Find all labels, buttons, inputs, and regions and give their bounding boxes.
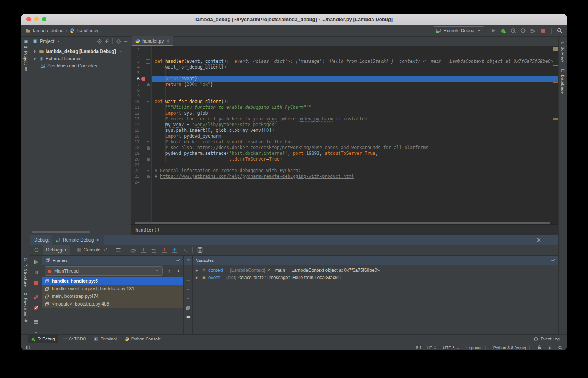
collapse-all-icon[interactable] <box>104 39 109 44</box>
frame-row[interactable]: <module>, bootstrap.py:486 <box>42 300 183 308</box>
breadcrumb-item[interactable]: handler.py <box>77 28 98 33</box>
fold-start-marker[interactable] <box>146 140 150 144</box>
code-editor[interactable]: 123456789101112131415161718192021222324 … <box>131 46 558 224</box>
toolwindow-python-console[interactable]: Python Console <box>121 335 164 343</box>
breakpoint-dot[interactable] <box>141 77 145 81</box>
pin-icon[interactable] <box>551 258 555 263</box>
tab-debugger[interactable]: Debugger <box>43 245 70 255</box>
minimize-window-button[interactable] <box>34 17 39 21</box>
tree-item[interactable]: External Libraries <box>30 55 131 62</box>
project-header-label[interactable]: Project <box>40 39 54 44</box>
encoding-selector[interactable]: UTF-8 <box>443 345 460 350</box>
debug-session-tab[interactable]: Remote Debug <box>52 235 104 245</box>
pause-button[interactable] <box>33 270 39 276</box>
variable-row[interactable]: ▶event={dict}<class 'dict'>: {'message':… <box>193 274 558 281</box>
variable-row[interactable]: ▶context={LambdaContext}<__main__.Lambda… <box>193 266 558 274</box>
chevron-down-icon[interactable] <box>56 39 61 44</box>
gutter-line[interactable]: 11 <box>131 105 151 110</box>
gutter-line[interactable]: 19 <box>131 151 151 156</box>
zoom-window-button[interactable] <box>42 17 46 21</box>
gutter-line[interactable]: 1 <box>131 47 151 53</box>
hide-panel-icon[interactable] <box>548 237 554 243</box>
move-watch-down-button[interactable] <box>185 296 191 301</box>
run-to-cursor-button[interactable] <box>182 247 188 253</box>
fold-end-marker[interactable] <box>147 146 150 150</box>
event-log-button[interactable]: Event Log <box>533 337 560 342</box>
force-step-into-button[interactable] <box>161 247 167 253</box>
next-frame-button[interactable] <box>176 268 181 274</box>
editor-tab-handler[interactable]: handler.py <box>132 36 173 46</box>
gutter-line[interactable]: 7 <box>131 82 151 87</box>
inspections-profile-icon[interactable] <box>547 345 552 350</box>
gutter-line[interactable]: 14 <box>131 122 151 128</box>
gutter-line[interactable]: 16 <box>131 133 151 139</box>
fold-start-marker[interactable] <box>146 169 150 173</box>
gutter-line[interactable]: 8 <box>131 87 151 93</box>
line-ending-selector[interactable]: LF <box>427 345 438 350</box>
fold-end-marker[interactable] <box>147 158 150 161</box>
indent-selector[interactable]: 4 spaces <box>466 345 488 350</box>
layout-settings-icon[interactable] <box>115 247 121 253</box>
stop-button[interactable] <box>33 280 39 286</box>
gutter-line[interactable]: 21 <box>131 162 151 168</box>
fold-end-marker[interactable] <box>147 175 150 178</box>
close-icon[interactable] <box>96 238 101 242</box>
more-actions-button[interactable]: » <box>35 330 37 334</box>
lock-icon[interactable] <box>537 345 542 350</box>
toolwindow-toggle-icon[interactable] <box>25 345 30 350</box>
project-horizontal-scrollbar[interactable] <box>32 231 90 233</box>
gutter-line[interactable]: 20 <box>131 156 151 162</box>
expander-icon[interactable] <box>33 49 37 54</box>
run-button[interactable] <box>490 28 496 34</box>
hide-panel-icon[interactable] <box>123 39 129 44</box>
close-window-button[interactable] <box>26 17 31 21</box>
expander-icon[interactable] <box>33 56 37 61</box>
move-watch-up-button[interactable] <box>185 287 191 292</box>
evaluate-expression-button[interactable] <box>197 247 203 253</box>
thread-selector[interactable]: MainThread <box>45 266 163 276</box>
step-over-button[interactable] <box>130 247 136 253</box>
pin-icon[interactable] <box>176 258 180 263</box>
code-link[interactable]: https://docs.docker.com/desktop/networki… <box>197 145 428 150</box>
gutter-line[interactable]: 13 <box>131 116 151 122</box>
gutter-line[interactable]: 18 <box>131 145 151 151</box>
stripe-tab-structure[interactable]: 7: Structure <box>21 257 30 287</box>
gear-icon[interactable] <box>116 39 121 44</box>
gutter-line[interactable]: 17 <box>131 139 151 145</box>
gutter-line[interactable]: 3 <box>131 59 151 64</box>
fold-start-marker[interactable] <box>146 100 150 104</box>
duplicate-watch-button[interactable] <box>185 305 191 311</box>
fold-end-marker[interactable] <box>147 83 150 86</box>
mute-breakpoints-button[interactable] <box>33 305 39 311</box>
locate-file-icon[interactable] <box>97 39 102 44</box>
toolwindow-debug[interactable]: 5: Debug <box>28 335 58 343</box>
tree-item[interactable]: lambda_debug [Lambda Debug]~ <box>30 48 131 55</box>
step-into-my-code-button[interactable] <box>151 247 157 253</box>
caret-position[interactable]: 6:1 <box>416 345 421 350</box>
rerun-failed-tests-button[interactable] <box>530 28 536 34</box>
expander-icon[interactable]: ▶ <box>196 276 200 279</box>
coverage-button[interactable] <box>520 28 526 34</box>
resume-button[interactable] <box>33 259 39 265</box>
view-breakpoints-button[interactable] <box>33 294 39 301</box>
previous-frame-button[interactable] <box>167 268 172 274</box>
gutter-line[interactable]: 5 <box>131 70 151 76</box>
editor-horizontal-scrollbar[interactable] <box>135 222 550 224</box>
code-link[interactable]: https://www.jetbrains.com/help/pycharm/r… <box>160 174 354 179</box>
gear-icon[interactable] <box>536 237 542 243</box>
stripe-tab-project[interactable]: 1: Project <box>21 39 30 72</box>
gutter-line[interactable]: 22 <box>131 168 151 174</box>
gutter-line[interactable]: 6 <box>131 76 151 82</box>
editor-breadcrumbs[interactable]: handler() <box>131 224 558 235</box>
attach-profiler-button[interactable] <box>510 28 516 34</box>
fold-start-marker[interactable] <box>146 59 150 64</box>
frame-row[interactable]: handler, handler.py:6 <box>42 277 183 285</box>
gutter-line[interactable]: 12 <box>131 110 151 116</box>
frame-row[interactable]: handle_event_request, bootstrap.py:131 <box>42 285 183 293</box>
stop-button[interactable] <box>540 28 546 34</box>
show-watches-button[interactable] <box>185 314 191 320</box>
gutter-line[interactable]: 24 <box>131 179 151 185</box>
rerun-debug-button[interactable] <box>33 247 40 253</box>
breadcrumb-item[interactable]: lambda_debug <box>33 28 63 33</box>
stripe-tab-database[interactable]: Database <box>559 68 567 94</box>
